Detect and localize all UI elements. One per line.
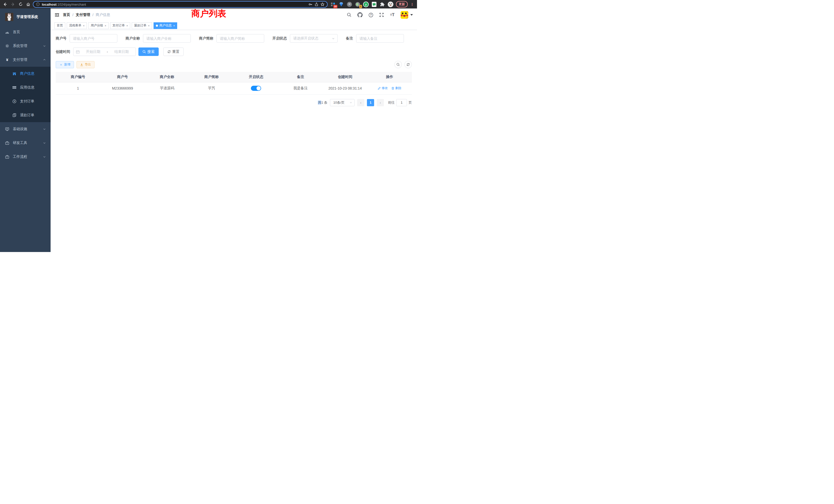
search-button[interactable]: 搜索 (138, 47, 159, 56)
pagination-total-count: 1 (321, 100, 323, 105)
add-button[interactable]: ＋ 新增 (56, 61, 74, 68)
user-avatar-menu[interactable] (400, 11, 413, 19)
sidebar-logo[interactable]: 芋道管理系统 (0, 8, 50, 25)
remark-input[interactable] (356, 34, 404, 43)
breadcrumb-payment[interactable]: 支付管理 (76, 13, 90, 17)
search-icon[interactable] (347, 12, 352, 18)
tab-merchant-info[interactable]: 商户信息× (154, 22, 177, 29)
svg-text:¥: ¥ (14, 100, 15, 102)
url-host: localhost (42, 3, 57, 6)
password-key-icon[interactable] (308, 2, 312, 6)
sidebar-item-merchant-info[interactable]: 商户信息 (0, 67, 50, 81)
tab-refund-order[interactable]: 退款订单× (132, 22, 152, 29)
merchant-no-input[interactable] (70, 34, 117, 43)
navbar-actions: ? TT (347, 11, 413, 19)
full-name-input[interactable] (143, 34, 191, 43)
field-label: 开启状态 (272, 36, 287, 41)
extensions-puzzle-icon[interactable] (379, 2, 385, 7)
profile-emoji-avatar[interactable] (388, 2, 393, 7)
close-icon[interactable]: × (126, 24, 128, 27)
github-icon[interactable] (357, 12, 363, 18)
tab-user-group[interactable]: 用户分组× (88, 22, 108, 29)
pagination-total-suffix: 条 (324, 100, 327, 105)
share-icon[interactable] (314, 2, 319, 6)
svg-text:?: ? (370, 13, 372, 17)
refresh-icon (407, 63, 410, 66)
status-select[interactable]: 请选择开启状态 (290, 34, 338, 43)
home-icon[interactable] (25, 1, 31, 7)
cell-full-name: 芋道源码 (145, 82, 189, 94)
goto-page-input[interactable] (396, 99, 407, 106)
status-toggle[interactable] (251, 86, 261, 91)
sidebar-item-payment[interactable]: ¥ 支付管理 (0, 53, 50, 67)
reset-button[interactable]: 重置 (163, 47, 183, 56)
show-search-toggle-button[interactable] (394, 61, 402, 68)
fullscreen-icon[interactable] (379, 12, 384, 18)
short-name-input[interactable] (217, 34, 264, 43)
edit-link[interactable]: 修改 (378, 86, 388, 90)
page-size-select[interactable]: 10条/页 (330, 99, 355, 106)
close-icon[interactable]: × (83, 24, 85, 27)
bookmark-star-icon[interactable] (321, 2, 325, 6)
sidebar-item-app-info[interactable]: 应用信息 (0, 81, 50, 94)
tab-label: 首页 (57, 23, 63, 28)
top-navbar: 首页 / 支付管理 / 商户信息 ? TT (50, 8, 417, 21)
browser-update-button[interactable]: 更新 (396, 1, 408, 7)
sidebar-item-refund-order[interactable]: 退款订单 (0, 108, 50, 122)
next-page-button[interactable]: › (377, 99, 384, 106)
extension-gem-icon[interactable] (338, 2, 344, 7)
tab-label: 流程表单 (69, 23, 81, 28)
cell-create-time: 2021-10-23 08:31:14 (323, 82, 367, 94)
sidebar-item-pay-order[interactable]: ¥ 支付订单 (0, 94, 50, 108)
tab-process-form[interactable]: 流程表单× (67, 22, 87, 29)
grid-icon (12, 86, 17, 90)
extension-y-icon[interactable]: y (363, 2, 369, 7)
help-icon[interactable]: ? (368, 12, 373, 18)
extension-chat-icon[interactable] (371, 2, 377, 7)
prev-page-button[interactable]: ‹ (357, 99, 364, 106)
back-icon[interactable] (2, 1, 8, 7)
svg-text:y: y (365, 3, 367, 6)
browser-menu-icon[interactable]: ⋮ (410, 2, 414, 6)
delete-link[interactable]: 删除 (391, 86, 401, 90)
sidebar-collapse-icon[interactable] (55, 13, 59, 17)
sidebar-item-workflow[interactable]: 工作流程 (0, 150, 50, 164)
date-range-picker[interactable]: 开始日期 - 结束日期 (73, 47, 136, 56)
url-text: localhost:1024/pay/merchant (42, 2, 86, 6)
toolbox-icon (5, 141, 9, 145)
tab-pay-order[interactable]: 支付订单× (110, 22, 130, 29)
font-size-icon[interactable]: TT (390, 12, 395, 18)
tab-label: 商户信息 (159, 23, 172, 28)
refresh-table-button[interactable] (404, 61, 412, 68)
refresh-icon (168, 50, 171, 53)
field-label: 商户号 (56, 36, 66, 41)
extension-timer-icon[interactable]: 1 (355, 2, 360, 7)
sidebar-item-home[interactable]: 首页 (0, 25, 50, 39)
filter-remark: 备注 (346, 34, 404, 43)
sidebar-item-infrastructure[interactable]: 基础设施 (0, 122, 50, 136)
delete-label: 删除 (395, 86, 401, 90)
plus-icon: ＋ (59, 62, 63, 67)
annotation-title: 商户列表 (191, 9, 226, 18)
chevron-down-icon (43, 128, 46, 131)
tab-home[interactable]: 首页 (54, 22, 65, 29)
sidebar-item-system[interactable]: 系统管理 (0, 39, 50, 53)
close-icon[interactable]: × (173, 24, 175, 27)
breadcrumb-home[interactable]: 首页 (63, 13, 70, 17)
address-bar[interactable]: localhost:1024/pay/merchant (33, 1, 328, 8)
site-info-icon[interactable] (36, 2, 40, 6)
extension-command-icon[interactable]: ⌘ (347, 2, 352, 7)
extension-grid-icon[interactable]: 10 (330, 2, 336, 7)
sidebar-item-label: 退款订单 (20, 113, 35, 117)
close-icon[interactable]: × (105, 24, 106, 27)
forward-icon[interactable] (10, 1, 16, 7)
page-number-1[interactable]: 1 (367, 99, 374, 106)
export-button[interactable]: 导出 (76, 61, 94, 68)
reload-icon[interactable] (18, 1, 24, 7)
close-icon[interactable]: × (148, 24, 150, 27)
field-label: 商户简称 (199, 36, 213, 41)
chevron-down-icon (43, 44, 46, 47)
sidebar-item-dev-tools[interactable]: 研发工具 (0, 136, 50, 150)
extensions-strip: 10 ⌘ 1 y 更新 ⋮ (329, 1, 415, 7)
table-row: 1 M233666999 芋道源码 芋艿 我是备注 2021-10-23 08:… (56, 82, 412, 94)
